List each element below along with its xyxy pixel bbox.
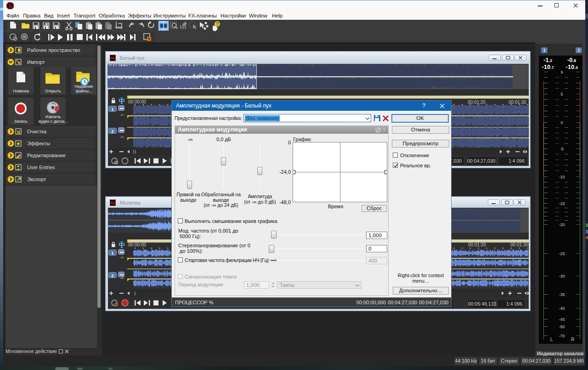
svg-text:?: ?: [216, 22, 219, 27]
svg-text:S: S: [9, 4, 12, 9]
